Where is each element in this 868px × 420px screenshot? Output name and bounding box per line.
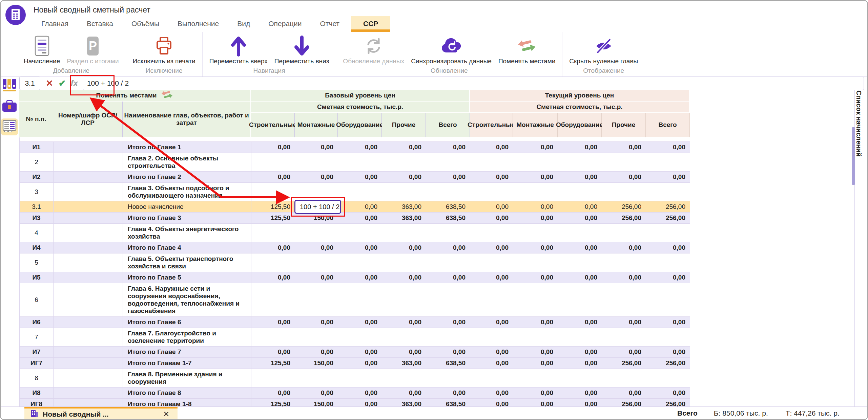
cell-current-3[interactable]: 0,00 xyxy=(558,242,602,253)
cell-base-2[interactable]: 0,00 xyxy=(295,172,338,182)
cell-current-1[interactable]: 0,00 xyxy=(470,358,513,369)
cell-base-3[interactable]: 0,00 xyxy=(338,142,382,153)
tab-вставка[interactable]: Вставка xyxy=(80,16,120,32)
cell-base-4[interactable]: 0,00 xyxy=(382,242,426,253)
cell-row-number[interactable]: 3.1 xyxy=(20,201,54,212)
cell-current-5[interactable]: 256,00 xyxy=(646,213,690,223)
cell-current-4[interactable]: 256,00 xyxy=(602,201,646,212)
cell-row-number[interactable]: 4 xyxy=(20,224,54,242)
cell-current-5[interactable]: 0,00 xyxy=(646,272,690,283)
cell-row-number[interactable]: 8 xyxy=(20,369,54,387)
cell-base-2[interactable]: 100 + 100 / 2 xyxy=(295,201,338,212)
cell-base-2[interactable]: 0,00 xyxy=(295,242,338,253)
cell-base-3[interactable]: 0,00 xyxy=(338,272,382,283)
accruals-list-tab[interactable]: Список начислений xyxy=(855,90,863,157)
cell-name[interactable]: Глава 8. Временные здания и сооружения xyxy=(123,369,251,387)
cell-base-4[interactable]: 363,00 xyxy=(382,358,426,369)
cancel-formula-icon[interactable]: ✕ xyxy=(46,78,53,89)
cell-current-1[interactable]: 0,00 xyxy=(470,272,513,283)
cell-row-number[interactable]: И5 xyxy=(20,272,54,283)
cell-base-4[interactable]: 0,00 xyxy=(382,388,426,398)
cell-row-number[interactable]: 3 xyxy=(20,183,54,201)
cell-base-3[interactable]: 0,00 xyxy=(338,201,382,212)
cell-values-empty[interactable] xyxy=(251,183,690,201)
cell-code[interactable] xyxy=(54,369,123,387)
cell-code[interactable] xyxy=(54,242,123,253)
cloud-sync-button[interactable]: Синхронизировать данные xyxy=(408,32,495,65)
cell-base-1[interactable]: 125,50 xyxy=(251,201,295,212)
cell-code[interactable] xyxy=(54,283,123,316)
cell-name[interactable]: Итого по Главе 2 xyxy=(123,172,251,182)
arrow-down-button[interactable]: Переместить вниз xyxy=(271,32,333,65)
cell-base-1[interactable]: 0,00 xyxy=(251,388,295,398)
cell-code[interactable] xyxy=(54,183,123,201)
cell-row-number[interactable]: 7 xyxy=(20,328,54,346)
cell-base-3[interactable]: 0,00 xyxy=(338,347,382,357)
cell-current-4[interactable]: 256,00 xyxy=(602,213,646,223)
cell-code[interactable] xyxy=(54,153,123,171)
cell-code[interactable] xyxy=(54,358,123,369)
cell-code[interactable] xyxy=(54,142,123,153)
cell-base-3[interactable]: 0,00 xyxy=(338,242,382,253)
cell-current-4[interactable]: 0,00 xyxy=(602,347,646,357)
cell-base-4[interactable]: 363,00 xyxy=(382,201,426,212)
cell-base-5[interactable]: 638,50 xyxy=(426,201,470,212)
cell-current-1[interactable]: 0,00 xyxy=(470,172,513,182)
cell-name[interactable]: Глава 6. Наружные сети и сооружения водо… xyxy=(123,283,251,316)
cell-current-5[interactable]: 0,00 xyxy=(646,347,690,357)
cell-current-3[interactable]: 0,00 xyxy=(558,317,602,328)
cell-code[interactable] xyxy=(54,253,123,272)
cell-current-1[interactable]: 0,00 xyxy=(470,317,513,328)
cell-base-5[interactable]: 0,00 xyxy=(426,317,470,328)
cell-values-empty[interactable] xyxy=(251,283,690,316)
cell-base-3[interactable]: 0,00 xyxy=(338,317,382,328)
cell-name[interactable]: Глава 2. Основные объекты строительства xyxy=(123,153,251,171)
cell-base-4[interactable]: 0,00 xyxy=(382,347,426,357)
cell-base-1[interactable]: 125,50 xyxy=(251,213,295,223)
cell-current-4[interactable]: 0,00 xyxy=(602,172,646,182)
tab-объёмы[interactable]: Объёмы xyxy=(125,16,166,32)
cell-values-empty[interactable] xyxy=(251,328,690,346)
close-tab-icon[interactable]: ✕ xyxy=(161,410,171,419)
cell-current-1[interactable]: 0,00 xyxy=(470,388,513,398)
cell-current-5[interactable]: 0,00 xyxy=(646,388,690,398)
cell-base-4[interactable]: 363,00 xyxy=(382,213,426,223)
cell-formula-editor[interactable]: 100 + 100 / 2 xyxy=(294,200,341,214)
cell-values-empty[interactable] xyxy=(251,369,690,387)
cell-name[interactable]: Итого по Главе 5 xyxy=(123,272,251,283)
cell-current-1[interactable]: 0,00 xyxy=(470,213,513,223)
cell-base-1[interactable]: 0,00 xyxy=(251,242,295,253)
cell-row-number[interactable]: И4 xyxy=(20,242,54,253)
cell-base-5[interactable]: 638,50 xyxy=(426,213,470,223)
briefcase-icon[interactable] xyxy=(0,98,19,115)
document-tab[interactable]: Новый сводный ... ✕ xyxy=(24,407,178,420)
cell-code[interactable] xyxy=(54,213,123,223)
cell-name[interactable]: Итого по Главам 1-7 xyxy=(123,358,251,369)
cell-values-empty[interactable] xyxy=(251,153,690,171)
cell-code[interactable] xyxy=(54,328,123,346)
cell-row-number[interactable]: 6 xyxy=(20,283,54,316)
tab-выполнение[interactable]: Выполнение xyxy=(171,16,226,32)
cell-current-1[interactable]: 0,00 xyxy=(470,201,513,212)
accrual-doc-button[interactable]: Начисление xyxy=(20,32,63,65)
cell-code[interactable] xyxy=(54,224,123,242)
cell-current-5[interactable]: 0,00 xyxy=(646,172,690,182)
cell-base-1[interactable]: 0,00 xyxy=(251,142,295,153)
cell-current-4[interactable]: 256,00 xyxy=(602,358,646,369)
cell-code[interactable] xyxy=(54,172,123,182)
cell-current-1[interactable]: 0,00 xyxy=(470,142,513,153)
cell-current-3[interactable]: 0,00 xyxy=(558,358,602,369)
cell-base-5[interactable]: 0,00 xyxy=(426,172,470,182)
cell-current-4[interactable]: 0,00 xyxy=(602,242,646,253)
cell-base-5[interactable]: 0,00 xyxy=(426,347,470,357)
cell-current-1[interactable]: 0,00 xyxy=(470,242,513,253)
cell-base-3[interactable]: 0,00 xyxy=(338,388,382,398)
cell-base-2[interactable]: 0,00 xyxy=(295,317,338,328)
cell-base-5[interactable]: 0,00 xyxy=(426,242,470,253)
cell-reference-input[interactable] xyxy=(19,76,40,90)
cell-base-2[interactable]: 0,00 xyxy=(295,272,338,283)
cell-current-5[interactable]: 0,00 xyxy=(646,142,690,153)
cell-current-4[interactable]: 0,00 xyxy=(602,272,646,283)
cell-base-1[interactable]: 0,00 xyxy=(251,272,295,283)
cell-name[interactable]: Итого по Главе 8 xyxy=(123,388,251,398)
